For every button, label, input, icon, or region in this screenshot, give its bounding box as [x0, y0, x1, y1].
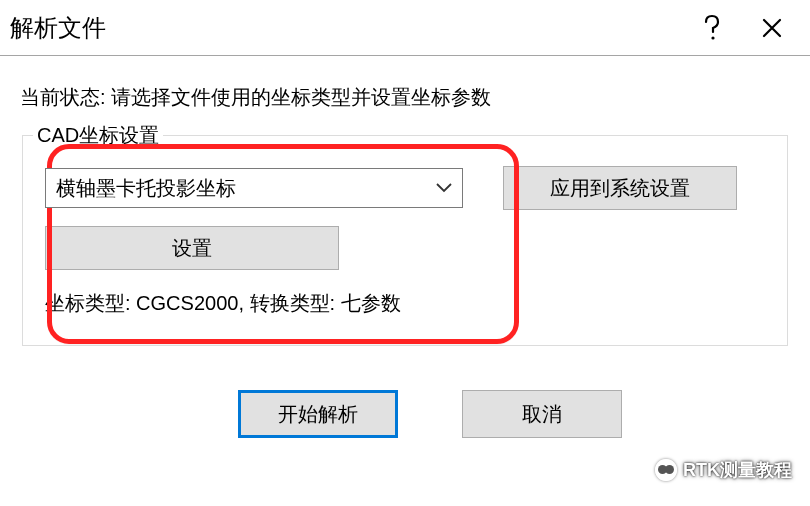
projection-select[interactable]: 横轴墨卡托投影坐标 [45, 168, 463, 208]
cad-coord-groupbox: CAD坐标设置 横轴墨卡托投影坐标 应用到系统设置 设置 坐标类型: CGCS2… [22, 135, 788, 346]
close-button[interactable] [742, 0, 802, 56]
apply-to-system-button[interactable]: 应用到系统设置 [503, 166, 737, 210]
coord-info-text: 坐标类型: CGCS2000, 转换类型: 七参数 [45, 290, 765, 317]
status-label: 当前状态: [20, 86, 106, 108]
window-title: 解析文件 [8, 12, 106, 44]
cancel-button[interactable]: 取消 [462, 390, 622, 438]
start-parse-button[interactable]: 开始解析 [238, 390, 398, 438]
close-icon [762, 18, 782, 38]
watermark: RTK测量教程 [655, 458, 792, 482]
groupbox-label: CAD坐标设置 [33, 122, 163, 149]
title-bar: 解析文件 [0, 0, 810, 56]
projection-select-value: 横轴墨卡托投影坐标 [45, 168, 463, 208]
help-button[interactable] [682, 0, 742, 56]
status-line: 当前状态: 请选择文件使用的坐标类型并设置坐标参数 [20, 84, 792, 111]
cancel-button-label: 取消 [522, 401, 562, 428]
apply-button-label: 应用到系统设置 [550, 175, 690, 202]
wechat-icon [655, 459, 677, 481]
help-icon [702, 14, 722, 42]
dialog-button-row: 开始解析 取消 [18, 390, 792, 438]
dialog-content: 当前状态: 请选择文件使用的坐标类型并设置坐标参数 CAD坐标设置 横轴墨卡托投… [0, 56, 810, 438]
settings-button-label: 设置 [172, 235, 212, 262]
svg-point-0 [711, 36, 714, 39]
watermark-text: RTK测量教程 [683, 458, 792, 482]
start-button-label: 开始解析 [278, 401, 358, 428]
status-text: 请选择文件使用的坐标类型并设置坐标参数 [111, 86, 491, 108]
settings-button[interactable]: 设置 [45, 226, 339, 270]
